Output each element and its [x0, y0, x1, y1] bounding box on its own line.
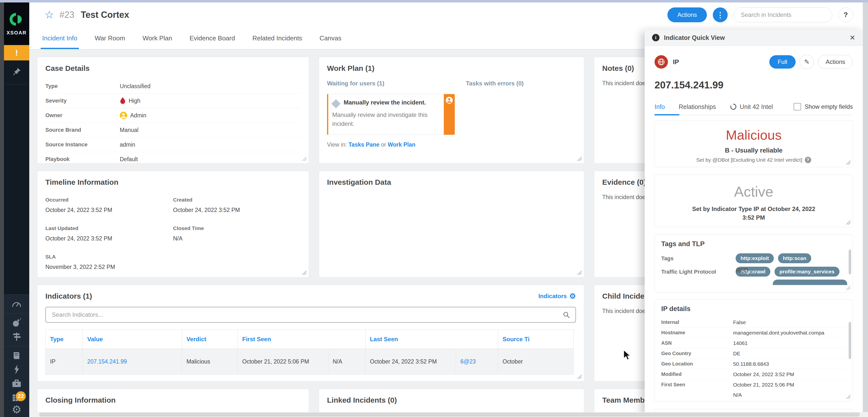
show-empty-fields-label: Show empty fields: [805, 103, 853, 110]
sidebar-item-settings[interactable]: ⚙: [4, 405, 29, 415]
indicators-settings-gear-icon[interactable]: ⚙: [569, 292, 576, 300]
horizontal-scrollbar-track[interactable]: [29, 412, 868, 417]
tasks-pane-link[interactable]: Tasks Pane: [349, 141, 379, 148]
verdict-help-icon[interactable]: ?: [805, 157, 811, 163]
tags-scrollbar[interactable]: [849, 250, 851, 274]
ip-details-scrollbar[interactable]: [849, 322, 851, 359]
tag-pill-clipped[interactable]: [773, 280, 847, 285]
tab-evidence-board[interactable]: Evidence Board: [189, 27, 235, 49]
sidebar-item-jobs[interactable]: [4, 377, 29, 391]
full-view-button[interactable]: Full: [769, 55, 796, 69]
work-plan-link[interactable]: Work Plan: [388, 141, 415, 148]
field-label: Internal: [661, 319, 733, 325]
ip-detail-row: ASN 14061: [661, 338, 846, 348]
tag-pill[interactable]: profile:many_services: [775, 267, 839, 277]
edit-button[interactable]: ✎: [800, 55, 814, 69]
timeline-field: Closed Time N/A: [173, 225, 301, 242]
tab-related-incidents[interactable]: Related Incidents: [252, 27, 302, 49]
actions-button[interactable]: Actions: [668, 7, 707, 22]
col-last-seen[interactable]: Last Seen: [366, 330, 498, 349]
sidebar-bottom-group: 22 ⚙: [4, 294, 29, 417]
xsoar-logo[interactable]: XSOAR: [4, 2, 29, 45]
resize-handle[interactable]: [302, 270, 306, 275]
signpost-icon: [12, 332, 22, 343]
tag-pill[interactable]: http:scan: [778, 253, 811, 263]
sidebar-item-pin[interactable]: [4, 61, 29, 84]
indicator-value-link[interactable]: 207.154.241.99: [87, 358, 127, 365]
help-button[interactable]: ?: [838, 7, 853, 22]
tab-relationships[interactable]: Relationships: [679, 103, 716, 110]
indicator-actions-button[interactable]: Actions: [818, 55, 853, 69]
xsoar-logo-text: XSOAR: [6, 30, 27, 36]
sidebar-item-dashboard[interactable]: [4, 297, 29, 311]
indicator-row[interactable]: IP 207.154.241.99 Malicious October 21, …: [45, 349, 574, 375]
show-empty-fields-checkbox[interactable]: [794, 103, 801, 110]
resize-handle[interactable]: [845, 160, 850, 165]
resize-handle[interactable]: [577, 374, 582, 379]
indicators-link-label: Indicators: [538, 293, 567, 300]
field-value: Default: [120, 156, 138, 163]
kebab-menu-button[interactable]: ⋮: [713, 7, 728, 22]
gauge-icon: [11, 299, 22, 309]
status-value: Active: [661, 183, 846, 200]
tab-war-room[interactable]: War Room: [95, 27, 125, 49]
resize-handle[interactable]: [845, 220, 850, 224]
horizontal-scrollbar-thumb[interactable]: [39, 413, 860, 417]
sidebar-item-threat-intel[interactable]: [4, 316, 29, 330]
tab-canvas[interactable]: Canvas: [319, 27, 341, 49]
show-empty-fields-toggle[interactable]: Show empty fields: [794, 103, 853, 110]
resize-handle[interactable]: [845, 394, 850, 399]
linked-incidents-title: Linked Incidents (0): [327, 396, 576, 404]
close-icon[interactable]: ✕: [850, 34, 855, 42]
sidebar-section-dashboards: [4, 295, 29, 314]
field-label: ASN: [661, 340, 733, 346]
col-value[interactable]: Value: [83, 330, 182, 349]
case-details-title: Case Details: [45, 64, 301, 73]
indicators-manage-link[interactable]: Indicators ⚙: [538, 292, 576, 300]
case-detail-row: Source Brand Manual: [45, 123, 301, 137]
field-value: N/A: [733, 392, 742, 398]
col-verdict[interactable]: Verdict: [182, 330, 238, 349]
tab-work-plan[interactable]: Work Plan: [143, 27, 172, 49]
tag-pill[interactable]: http:exploit: [736, 253, 774, 263]
resize-handle[interactable]: [577, 156, 582, 161]
favorite-star-icon[interactable]: ☆: [44, 10, 54, 20]
work-plan-title: Work Plan (1): [327, 64, 576, 73]
field-label: Owner: [45, 112, 120, 118]
field-value: October 24, 2022 3:52 PM: [733, 372, 794, 377]
tab-unit42-intel[interactable]: Unit 42 Intel: [730, 103, 773, 110]
ip-detail-row: Modified October 24, 2022 3:52 PM: [661, 369, 846, 380]
ip-detail-row: Geo Location 50.1188:8.6843: [661, 359, 846, 369]
col-first-seen[interactable]: First Seen: [238, 330, 366, 349]
field-label: First Seen: [661, 382, 733, 387]
search-incidents-input[interactable]: [734, 7, 832, 22]
briefcase-icon: [11, 379, 22, 389]
col-type[interactable]: Type: [45, 330, 83, 349]
resize-handle[interactable]: [845, 285, 850, 290]
field-label: SLA: [45, 254, 173, 260]
field-label: Type: [45, 83, 120, 90]
waiting-task-card[interactable]: Manually review the incident. Manually r…: [327, 94, 455, 135]
indicators-search-input[interactable]: [51, 311, 563, 318]
sidebar-item-playbooks[interactable]: [4, 349, 29, 363]
timeline-card: Timeline Information Occurred October 24…: [37, 171, 309, 277]
field-value: Manual: [120, 127, 138, 134]
resize-handle[interactable]: [577, 270, 582, 275]
case-details-card: Case Details Type Unclassified Severity …: [37, 57, 309, 164]
tab-incident-info[interactable]: Incident Info: [42, 27, 78, 49]
timeline-title: Timeline Information: [45, 178, 301, 186]
col-source-time[interactable]: Source Ti: [498, 330, 574, 349]
field-value: High: [120, 97, 140, 104]
incident-title: Test Cortex: [81, 10, 129, 20]
resize-handle[interactable]: [302, 156, 306, 161]
sidebar-item-automation[interactable]: [4, 363, 29, 377]
ip-details-title: IP details: [661, 305, 846, 313]
sidebar-item-marketplace[interactable]: 22: [4, 391, 29, 405]
tab-info[interactable]: Info: [654, 103, 665, 110]
field-value: Admin: [120, 112, 146, 119]
indicator-ref-link[interactable]: 6@23: [460, 358, 476, 365]
sidebar-item-incidents[interactable]: !: [4, 45, 29, 61]
field-value: November 3, 2022 2:52 PM: [45, 264, 173, 270]
sidebar-item-indicators[interactable]: [4, 330, 29, 344]
kebab-icon: ⋮: [716, 11, 724, 19]
